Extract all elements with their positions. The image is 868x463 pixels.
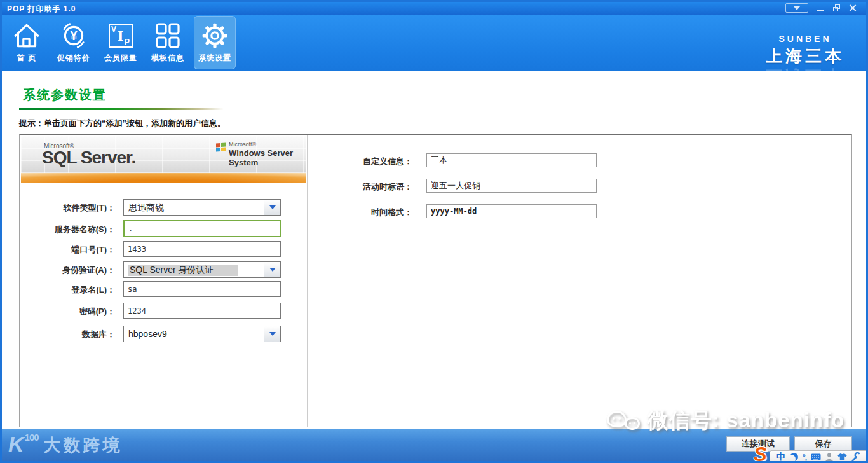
brand-cn: 上海三本: [754, 45, 856, 67]
yen-icon: ¥: [53, 20, 95, 52]
port-input[interactable]: [123, 241, 281, 257]
sql-server-banner: Microsoft® SQL Server. Microsoft® Window…: [21, 136, 306, 173]
password-label: 密码(P)：: [26, 306, 115, 317]
sogou-icon[interactable]: S: [754, 445, 767, 463]
nav-item-settings[interactable]: 系统设置: [194, 16, 236, 69]
k100-mark: K: [8, 433, 24, 455]
auth-label: 身份验证(A)：: [26, 265, 115, 276]
ime-lang-toggle[interactable]: 中: [776, 452, 785, 463]
minimize-button[interactable]: [817, 3, 824, 13]
menu-dropdown-button[interactable]: [785, 3, 808, 13]
software-type-label: 软件类型(T)：: [26, 202, 115, 214]
tip-text: 提示：单击页面下方的“添加”按钮，添加新的用户信息。: [19, 118, 226, 129]
combo-arrow-icon[interactable]: [264, 262, 280, 277]
nav-label: 会员限量: [100, 53, 142, 64]
app-window: POP 打印助手 1.0 首 页: [0, 0, 868, 463]
port-label: 端口号(T)：: [26, 244, 115, 256]
database-select[interactable]: hbposev9: [123, 326, 281, 342]
nav-item-template[interactable]: 模板信息: [147, 16, 189, 69]
footer-bar: K 100 大数跨境 连接测试 保存: [2, 429, 866, 461]
windows-flag-icon: [216, 142, 226, 152]
microsoft-label-2: Microsoft®: [229, 141, 256, 148]
content-area: 系统参数设置 提示：单击页面下方的“添加”按钮，添加新的用户信息。 Micros…: [2, 71, 866, 429]
ime-toolbar[interactable]: S 中 °,: [770, 450, 868, 463]
menu-dropdown-icon: [794, 6, 800, 10]
close-button[interactable]: [849, 3, 856, 13]
title-bar: POP 打印助手 1.0: [2, 2, 866, 15]
slogan-label: 活动时标语：: [323, 181, 412, 193]
wrench-icon[interactable]: [851, 452, 861, 462]
k100-sup: 100: [25, 432, 39, 443]
database-label: 数据库：: [26, 329, 115, 340]
brand-logo: SUNBEN 上海三本 上海三本: [754, 34, 856, 87]
page-title: 系统参数设置: [23, 86, 107, 104]
k100-text: 大数跨境: [44, 433, 123, 457]
heading-underline: [19, 108, 224, 110]
software-type-select[interactable]: 思迅商锐: [123, 199, 281, 216]
combo-arrow-icon[interactable]: [264, 326, 280, 342]
sql-server-label: SQL Server.: [42, 148, 135, 168]
nav-label: 促销特价: [53, 53, 95, 64]
nav-label: 模板信息: [147, 53, 189, 64]
shirt-icon[interactable]: [837, 453, 847, 461]
settings-panel: Microsoft® SQL Server. Microsoft® Window…: [19, 134, 852, 427]
custom-info-label: 自定义信息：: [323, 156, 412, 167]
nav-item-promo[interactable]: ¥ 促销特价: [53, 16, 95, 69]
brand-en: SUNBEN: [754, 34, 856, 44]
ime-punct-toggle[interactable]: °,: [803, 453, 806, 462]
grid-icon: [147, 20, 189, 52]
minimize-icon: [817, 10, 824, 11]
k100-logo: K 100 大数跨境: [8, 433, 123, 457]
auth-select[interactable]: SQL Server 身份认证: [123, 261, 281, 278]
moon-icon[interactable]: [790, 453, 798, 461]
time-format-label: 时间格式：: [323, 207, 412, 218]
save-button[interactable]: 保存: [794, 436, 852, 452]
combo-arrow-icon[interactable]: [264, 200, 280, 215]
password-input[interactable]: [123, 303, 281, 319]
vip-icon: V I P: [100, 20, 142, 52]
time-format-input[interactable]: [426, 204, 597, 218]
gear-icon: [194, 20, 236, 52]
banner-orange-strip: [21, 173, 306, 183]
nav-bar: 首 页 ¥ 促销特价 V I: [2, 15, 866, 71]
nav-tiles: 首 页 ¥ 促销特价 V I: [6, 16, 236, 69]
windows-server-label: Windows Server System: [229, 148, 306, 167]
server-name-label: 服务器名称(S)：: [26, 224, 115, 235]
home-icon: [6, 20, 48, 52]
brand-reflection: 上海三本: [754, 65, 856, 87]
window-controls: [785, 3, 856, 13]
nav-item-home[interactable]: 首 页: [6, 16, 48, 69]
login-input[interactable]: [123, 281, 281, 297]
custom-info-input[interactable]: [426, 153, 597, 167]
close-icon: [849, 4, 856, 11]
svg-text:¥: ¥: [70, 29, 77, 43]
nav-item-vip[interactable]: V I P 会员限量: [100, 16, 142, 69]
keyboard-icon[interactable]: [811, 453, 821, 460]
restore-button[interactable]: [833, 3, 840, 13]
login-label: 登录名(L)：: [26, 284, 115, 296]
nav-label: 首 页: [6, 53, 48, 64]
nav-label: 系统设置: [194, 53, 236, 64]
slogan-input[interactable]: [426, 179, 597, 193]
panel-divider: [307, 135, 308, 427]
window-title: POP 打印助手 1.0: [7, 4, 76, 15]
person-icon[interactable]: [825, 453, 833, 461]
server-name-input[interactable]: [123, 220, 281, 237]
restore-icon: [833, 4, 840, 11]
